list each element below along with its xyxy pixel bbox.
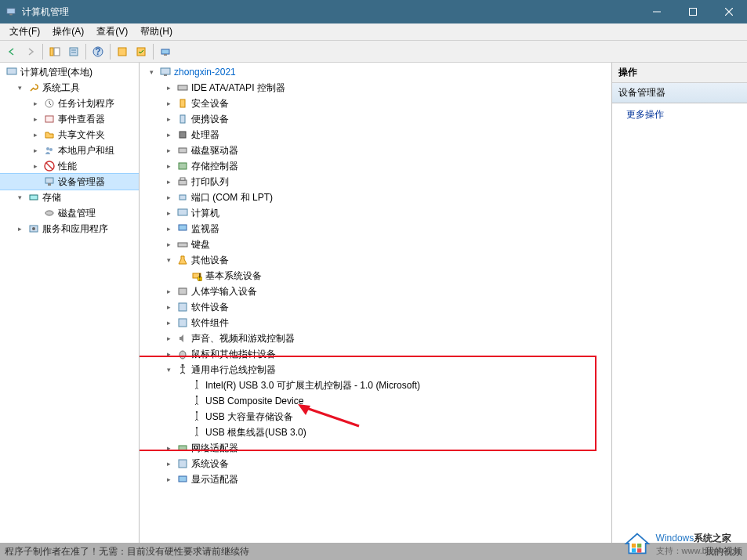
chevron-right-icon[interactable]: ▸ xyxy=(163,176,174,187)
chevron-down-icon[interactable]: ▾ xyxy=(14,82,25,93)
chevron-right-icon[interactable]: ▸ xyxy=(163,192,174,203)
usb-icon xyxy=(190,426,203,439)
device-root[interactable]: ▾zhongxin-2021 xyxy=(140,64,611,80)
device-item[interactable]: !基本系统设备 xyxy=(140,268,611,284)
chevron-right-icon[interactable]: ▸ xyxy=(14,223,25,234)
tree-system-tools[interactable]: ▾系统工具 xyxy=(0,80,139,96)
chevron-down-icon[interactable]: ▾ xyxy=(163,364,174,375)
svg-rect-58 xyxy=(179,476,187,482)
scan-button[interactable] xyxy=(157,43,174,60)
device-category[interactable]: ▸便携设备 xyxy=(140,111,611,127)
chevron-right-icon[interactable]: ▸ xyxy=(30,161,41,172)
tree-shared-folders[interactable]: ▸共享文件夹 xyxy=(0,127,139,143)
tree-device-manager[interactable]: 设备管理器 xyxy=(0,174,139,190)
software-icon xyxy=(176,301,189,313)
toolbar-button[interactable] xyxy=(114,43,131,60)
chevron-right-icon[interactable]: ▸ xyxy=(30,98,41,109)
device-category[interactable]: ▸计算机 xyxy=(140,205,611,221)
help-button[interactable]: ? xyxy=(89,43,107,60)
device-category[interactable]: ▸处理器 xyxy=(140,127,611,143)
device-category[interactable]: ▸打印队列 xyxy=(140,174,611,190)
chevron-right-icon[interactable]: ▸ xyxy=(163,145,174,156)
chevron-right-icon[interactable]: ▸ xyxy=(163,333,174,344)
storage-controller-icon xyxy=(176,160,189,172)
chevron-right-icon[interactable]: ▸ xyxy=(163,114,174,125)
chevron-right-icon[interactable]: ▸ xyxy=(163,474,174,485)
chevron-right-icon[interactable]: ▸ xyxy=(163,286,174,297)
device-category[interactable]: ▸监视器 xyxy=(140,221,611,237)
chevron-right-icon[interactable]: ▸ xyxy=(30,145,41,156)
tree-event-viewer[interactable]: ▸事件查看器 xyxy=(0,111,139,127)
device-category[interactable]: ▸安全设备 xyxy=(140,96,611,111)
tree-services[interactable]: ▸服务和应用程序 xyxy=(0,221,139,237)
menu-view[interactable]: 查看(V) xyxy=(90,23,134,40)
device-category[interactable]: ▸磁盘驱动器 xyxy=(140,143,611,158)
chevron-right-icon[interactable]: ▸ xyxy=(163,302,174,313)
device-label: 安全设备 xyxy=(191,97,229,110)
chevron-right-icon[interactable]: ▸ xyxy=(163,98,174,109)
device-category[interactable]: ▸网络适配器 xyxy=(140,440,611,456)
chevron-right-icon[interactable]: ▸ xyxy=(163,239,174,250)
back-button[interactable] xyxy=(3,43,20,60)
tree-storage[interactable]: ▾存储 xyxy=(0,190,139,205)
tree-task-scheduler[interactable]: ▸任务计划程序 xyxy=(0,96,139,111)
device-item[interactable]: Intel(R) USB 3.0 可扩展主机控制器 - 1.0 (Microso… xyxy=(140,378,611,393)
chevron-down-icon[interactable]: ▾ xyxy=(163,255,174,266)
device-label: USB 大容量存储设备 xyxy=(205,410,293,424)
forward-button[interactable] xyxy=(22,43,39,60)
chevron-right-icon[interactable]: ▸ xyxy=(163,82,174,93)
device-category[interactable]: ▸显示适配器 xyxy=(140,471,611,487)
menu-help[interactable]: 帮助(H) xyxy=(134,23,179,40)
chevron-right-icon[interactable]: ▸ xyxy=(163,349,174,359)
performance-icon xyxy=(43,160,56,172)
chevron-right-icon[interactable]: ▸ xyxy=(163,458,174,469)
device-item[interactable]: USB 根集线器(USB 3.0) xyxy=(140,425,611,440)
device-tree[interactable]: ▾zhongxin-2021 ▸IDE ATA/ATAPI 控制器 ▸安全设备 … xyxy=(140,63,612,543)
chevron-right-icon[interactable]: ▸ xyxy=(163,161,174,172)
device-item-usb-mass-storage[interactable]: USB 大容量存储设备 xyxy=(140,409,611,425)
device-category[interactable]: ▾其他设备 xyxy=(140,252,611,268)
chevron-down-icon[interactable]: ▾ xyxy=(14,192,25,203)
device-category[interactable]: ▸人体学输入设备 xyxy=(140,284,611,299)
device-usb-controllers[interactable]: ▾通用串行总线控制器 xyxy=(140,362,611,378)
close-button[interactable] xyxy=(711,0,747,23)
device-label: 软件设备 xyxy=(191,301,229,314)
nav-tree[interactable]: 计算机管理(本地) ▾系统工具 ▸任务计划程序 ▸事件查看器 ▸共享文件夹 ▸本… xyxy=(0,63,140,543)
toolbar-button[interactable] xyxy=(132,43,150,60)
warning-device-icon: ! xyxy=(190,269,203,282)
chevron-right-icon[interactable]: ▸ xyxy=(30,129,41,140)
chevron-right-icon[interactable]: ▸ xyxy=(163,208,174,219)
device-category[interactable]: ▸软件设备 xyxy=(140,299,611,315)
tree-label: 计算机管理(本地) xyxy=(20,66,92,79)
properties-button[interactable] xyxy=(65,43,82,60)
device-category[interactable]: ▸IDE ATA/ATAPI 控制器 xyxy=(140,80,611,96)
tree-local-users[interactable]: ▸本地用户和组 xyxy=(0,143,139,158)
chevron-right-icon[interactable]: ▸ xyxy=(30,114,41,125)
chevron-down-icon[interactable]: ▾ xyxy=(146,67,157,78)
device-category[interactable]: ▸存储控制器 xyxy=(140,158,611,174)
chevron-right-icon[interactable]: ▸ xyxy=(163,129,174,140)
tree-disk-management[interactable]: 磁盘管理 xyxy=(0,205,139,221)
maximize-button[interactable] xyxy=(675,0,711,23)
device-category[interactable]: ▸端口 (COM 和 LPT) xyxy=(140,190,611,205)
device-item[interactable]: USB Composite Device xyxy=(140,393,611,409)
minimize-button[interactable] xyxy=(639,0,675,23)
twisty-empty xyxy=(30,208,41,219)
device-category[interactable]: ▸系统设备 xyxy=(140,456,611,471)
menu-action[interactable]: 操作(A) xyxy=(46,23,90,40)
device-category[interactable]: ▸软件组件 xyxy=(140,315,611,331)
tree-root[interactable]: 计算机管理(本地) xyxy=(0,64,139,80)
menu-file[interactable]: 文件(F) xyxy=(3,23,46,40)
device-category[interactable]: ▸鼠标和其他指针设备 xyxy=(140,346,611,362)
keyboard-icon xyxy=(176,238,189,251)
audio-icon xyxy=(176,332,189,345)
chevron-right-icon[interactable]: ▸ xyxy=(163,317,174,328)
chevron-right-icon[interactable]: ▸ xyxy=(163,223,174,234)
device-category[interactable]: ▸声音、视频和游戏控制器 xyxy=(140,331,611,346)
actions-more-link[interactable]: 更多操作 xyxy=(612,103,747,126)
show-hide-tree-button[interactable] xyxy=(46,43,63,60)
device-category[interactable]: ▸键盘 xyxy=(140,237,611,252)
chevron-right-icon[interactable]: ▸ xyxy=(163,443,174,453)
tree-performance[interactable]: ▸性能 xyxy=(0,158,139,174)
tree-label: 本地用户和组 xyxy=(58,144,114,157)
